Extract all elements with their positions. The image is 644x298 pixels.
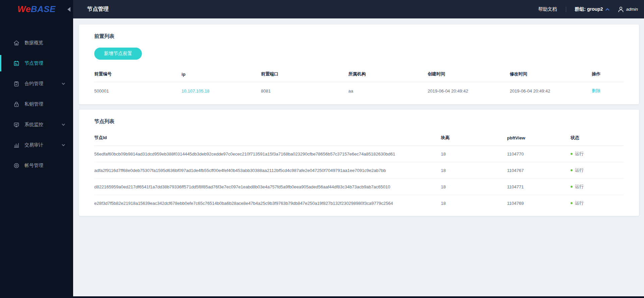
header-divider: [566, 7, 566, 12]
col-front-port: 前置端口: [261, 66, 348, 82]
col-action: 操作: [592, 66, 624, 82]
sidebar-collapse-icon[interactable]: [67, 7, 70, 12]
col-create-time: 创建时间: [428, 66, 510, 82]
sidebar-item-transaction-audit[interactable]: 交易审计: [0, 135, 73, 155]
cell-node-id: 56edfaf60bcb09b9814ad31dcd959eb388f03144…: [94, 146, 441, 162]
account-icon: [13, 163, 19, 169]
cell-pbft-view: 1104771: [507, 179, 571, 195]
user-icon: [618, 6, 624, 13]
front-list-title: 前置列表: [94, 33, 624, 40]
cell-agency: aa: [348, 82, 428, 100]
status-running-dot: [571, 169, 573, 171]
front-table-header-row: 前置编号 ip 前置端口 所属机构 创建时间 修改时间 操作: [94, 66, 624, 82]
cell-create-time: 2019-06-04 20:49:42: [428, 82, 510, 100]
sidebar-menu: 数据概览 节点管理 合约管理 私钥管理: [0, 33, 73, 176]
user-menu[interactable]: admin: [618, 6, 638, 13]
cell-node-id: e28f3d7f5b82e21918a15639eac342dcf678ebb0…: [94, 195, 441, 212]
lock-icon: [13, 101, 19, 107]
contract-icon: [13, 81, 19, 87]
status-label: 运行: [575, 168, 584, 173]
node-table-row: d822165959a0ed217df6541f1a7dd38b79336ff5…: [94, 179, 624, 195]
sidebar-item-label: 私钥管理: [24, 101, 43, 107]
sidebar: WeBASE 数据概览 节点管理 合约管理: [0, 0, 73, 298]
help-doc-link[interactable]: 帮助文档: [538, 6, 557, 12]
cell-block-height: 18: [441, 146, 507, 162]
cell-status: 运行: [571, 162, 624, 179]
cell-status: 运行: [571, 179, 624, 195]
logo-we: We: [17, 4, 31, 14]
cell-block-height: 18: [441, 162, 507, 179]
front-table-row: 500001 10.107.105.18 8081 aa 2019-06-04 …: [94, 82, 624, 100]
cell-modify-time: 2019-06-04 20:49:42: [510, 82, 592, 100]
cell-front-port: 8081: [261, 82, 348, 100]
sidebar-item-system-monitor[interactable]: 系统监控: [0, 114, 73, 135]
front-ip-link[interactable]: 10.107.105.18: [181, 88, 209, 94]
status-label: 运行: [575, 184, 584, 189]
sidebar-item-label: 交易审计: [24, 142, 43, 148]
logo-base: BASE: [31, 4, 56, 14]
cell-pbft-view: 1104769: [507, 195, 571, 212]
page-title: 节点管理: [87, 6, 109, 13]
sidebar-item-contract-management[interactable]: 合约管理: [0, 73, 73, 94]
sidebar-item-label: 帐号管理: [24, 163, 43, 169]
user-name: admin: [626, 7, 638, 12]
status-label: 运行: [575, 200, 584, 205]
chevron-up-icon: [605, 8, 609, 11]
status-running-dot: [571, 186, 573, 188]
cell-block-height: 18: [441, 195, 507, 212]
sidebar-item-label: 数据概览: [24, 40, 43, 46]
audit-icon: [13, 142, 19, 148]
chevron-down-icon: [62, 142, 65, 148]
node-table: 节点Id 块高 pbftView 状态 56edfaf60bcb09b9814a…: [94, 130, 624, 211]
delete-front-link[interactable]: 删除: [592, 88, 600, 93]
group-label: 群组: group2: [575, 6, 603, 12]
bottom-border-strip: [0, 296, 644, 298]
col-modify-time: 修改时间: [510, 66, 592, 82]
cell-pbft-view: 1104770: [507, 146, 571, 162]
status-label: 运行: [575, 151, 584, 156]
home-icon: [13, 40, 19, 46]
status-running-dot: [571, 153, 573, 155]
node-table-row: adfa2f9116d7ff68e0deb75307fa1595d636bf09…: [94, 162, 624, 179]
main-content: 前置列表 新增节点前置 前置编号 ip 前置端口 所属机构 创建时间 修改时间 …: [73, 18, 644, 298]
node-list-card: 节点列表 节点Id 块高 pbftView 状态 56edfaf60bcb09b…: [79, 110, 639, 216]
col-pbft-view: pbftView: [507, 130, 571, 146]
front-list-card: 前置列表 新增节点前置 前置编号 ip 前置端口 所属机构 创建时间 修改时间 …: [79, 24, 639, 104]
col-status: 状态: [571, 130, 624, 146]
sidebar-item-node-management[interactable]: 节点管理: [0, 53, 73, 73]
top-header: 节点管理 帮助文档 群组: group2 admin: [73, 0, 644, 18]
sidebar-item-account-management[interactable]: 帐号管理: [0, 155, 73, 176]
cell-pbft-view: 1104767: [507, 162, 571, 179]
chevron-down-icon: [62, 122, 65, 127]
cell-node-id: d822165959a0ed217df6541f1a7dd38b79336ff5…: [94, 179, 441, 195]
header-right: 帮助文档 群组: group2 admin: [538, 6, 638, 13]
node-table-row: e28f3d7f5b82e21918a15639eac342dcf678ebb0…: [94, 195, 624, 212]
sidebar-item-label: 系统监控: [24, 122, 43, 128]
sidebar-item-key-management[interactable]: 私钥管理: [0, 94, 73, 114]
webase-logo: WeBASE: [17, 4, 56, 14]
node-table-row: 56edfaf60bcb09b9814ad31dcd959eb388f03144…: [94, 146, 624, 162]
group-switcher[interactable]: 群组: group2: [575, 6, 609, 12]
node-table-header-row: 节点Id 块高 pbftView 状态: [94, 130, 624, 146]
cell-front-id: 500001: [94, 82, 181, 100]
cell-status: 运行: [571, 146, 624, 162]
col-front-id: 前置编号: [94, 66, 181, 82]
status-running-dot: [571, 202, 573, 204]
sidebar-item-label: 节点管理: [24, 60, 43, 66]
cell-block-height: 18: [441, 179, 507, 195]
front-table: 前置编号 ip 前置端口 所属机构 创建时间 修改时间 操作 500001 10…: [94, 66, 624, 100]
node-icon: [13, 60, 19, 66]
add-front-node-button[interactable]: 新增节点前置: [94, 48, 142, 60]
col-ip: ip: [181, 66, 261, 82]
node-list-title: 节点列表: [94, 118, 624, 125]
col-block-height: 块高: [441, 130, 507, 146]
sidebar-item-label: 合约管理: [24, 81, 43, 87]
cell-status: 运行: [571, 195, 624, 212]
sidebar-item-data-overview[interactable]: 数据概览: [0, 33, 73, 53]
cell-node-id: adfa2f9116d7ff68e0deb75307fa1595d636bf09…: [94, 162, 441, 179]
chevron-down-icon: [62, 81, 65, 86]
col-agency: 所属机构: [348, 66, 428, 82]
col-node-id: 节点Id: [94, 130, 441, 146]
logo-row: WeBASE: [0, 0, 73, 18]
monitor-icon: [13, 122, 19, 128]
